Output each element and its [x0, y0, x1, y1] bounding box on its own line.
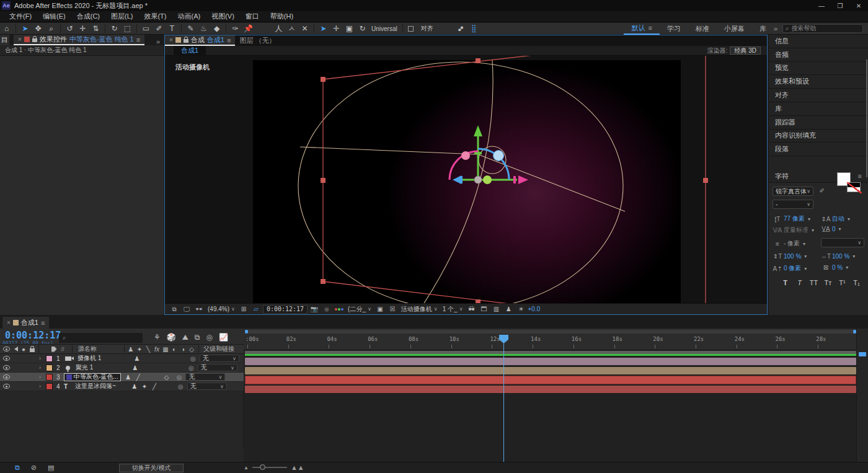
snapshot-grid-icon[interactable]: ⣿: [467, 23, 480, 35]
expand-icon[interactable]: ›: [39, 355, 41, 361]
label-color[interactable]: [46, 355, 53, 362]
parent-dropdown[interactable]: 无∨: [198, 364, 237, 371]
menu-view[interactable]: 视图(V): [206, 12, 240, 21]
source-name-column[interactable]: 源名称: [78, 345, 97, 353]
panel-menu-icon[interactable]: ≡: [227, 37, 231, 44]
mask-visibility-icon[interactable]: 👓: [193, 304, 205, 314]
gizmo-select-icon[interactable]: ➤: [317, 23, 330, 35]
eyedropper-icon[interactable]: ✐: [817, 187, 827, 194]
layer-name[interactable]: 这里是冰阔落~: [75, 382, 130, 391]
effect-controls-tab[interactable]: × 效果控件 中等灰色-蓝色 纯色 1 ≡: [14, 35, 144, 45]
fill-stroke-swatches[interactable]: [837, 172, 866, 197]
small-caps-button[interactable]: Tᴛ: [823, 279, 833, 286]
graph-editor-icon[interactable]: 📈: [219, 333, 228, 342]
font-family-select[interactable]: 锐字真言体_∨: [773, 187, 813, 196]
layer-row-3-selected[interactable]: › 3 中等灰色-蓝色... ♟ ╱ ◇ ◎ 无∨: [0, 373, 244, 382]
search-help-input[interactable]: ⌕ 搜索帮助: [782, 24, 863, 33]
timeline-track-area[interactable]: :00s02s04s06s08s10s12s14s16s18s20s22s24s…: [244, 329, 868, 462]
local-axis-mode-icon[interactable]: 人: [272, 23, 285, 35]
leading-control[interactable]: ⇕A 自动▾: [821, 214, 850, 223]
label-color[interactable]: [46, 365, 53, 371]
character-panel-title[interactable]: 字符: [775, 172, 789, 181]
panel-content-aware-fill[interactable]: 内容识别填充: [769, 130, 868, 143]
zoom-in-icon[interactable]: ▲▲: [291, 464, 304, 471]
eye-icon[interactable]: [2, 356, 11, 361]
subscript-button[interactable]: T₁: [851, 279, 862, 286]
vertical-scale-control[interactable]: ⇕T 100 %▾: [773, 253, 807, 260]
workspace-tab-standard[interactable]: 标准: [688, 23, 717, 35]
home-icon[interactable]: ⌂: [0, 23, 13, 35]
panel-menu-icon[interactable]: ≡: [136, 36, 140, 43]
menu-file[interactable]: 文件(F): [4, 12, 37, 21]
gizmo-position-icon[interactable]: ✛: [330, 23, 343, 35]
panel-paragraph[interactable]: 段落: [769, 143, 868, 156]
reset-exposure-icon[interactable]: ☀: [515, 304, 526, 314]
hand-tool-icon[interactable]: ✥: [32, 23, 45, 35]
layer-bar-1[interactable]: [245, 358, 856, 365]
gizmo-scale-icon[interactable]: ▣: [343, 23, 356, 35]
menu-animation[interactable]: 动画(A): [172, 12, 206, 21]
tab-overflow-icon[interactable]: »: [156, 38, 164, 45]
shy-switch[interactable]: ♟: [130, 365, 140, 371]
collapse-switch[interactable]: ✦: [140, 383, 149, 390]
pen-tool-icon[interactable]: ✐: [153, 23, 166, 35]
horizontal-scale-control[interactable]: ⇔T 100 %▾: [821, 253, 855, 260]
comp-view-tab[interactable]: 合成1: [174, 46, 206, 56]
shy-switch[interactable]: ♟: [132, 355, 142, 362]
orbit-camera-tool-icon[interactable]: ↺: [63, 23, 76, 35]
minimize-button[interactable]: —: [812, 0, 831, 11]
superscript-button[interactable]: T¹: [837, 279, 848, 286]
always-preview-icon[interactable]: ⧉: [169, 304, 180, 314]
close-tab-icon[interactable]: ×: [169, 37, 173, 43]
pixel-aspect-icon[interactable]: ▥: [490, 304, 502, 314]
frame-blending-toggle-icon[interactable]: ⧉: [15, 464, 20, 472]
close-tab-icon[interactable]: ×: [18, 36, 22, 43]
world-axis-mode-icon[interactable]: ㅅ: [285, 23, 298, 35]
view-axis-mode-icon[interactable]: ✕: [298, 23, 311, 35]
parent-dropdown[interactable]: 无∨: [200, 355, 239, 362]
quality-switch[interactable]: ╱: [149, 383, 159, 390]
eye-icon[interactable]: [2, 365, 11, 370]
tracking-control[interactable]: V̲A̲ 0▾: [821, 226, 841, 232]
layer-bar-3-selected[interactable]: [245, 376, 856, 384]
layer-bar-2[interactable]: [245, 367, 856, 374]
workspace-overflow-icon[interactable]: »: [774, 25, 777, 32]
layer-bar-4[interactable]: [245, 386, 856, 393]
composition-tab[interactable]: × 合成 合成1 ≡: [165, 35, 235, 46]
layer-name[interactable]: 摄像机 1: [78, 354, 132, 363]
clone-stamp-tool-icon[interactable]: ♨: [197, 23, 210, 35]
parent-dropdown[interactable]: 无∨: [185, 373, 225, 381]
baseline-grid-control[interactable]: ≡ - 像素▾: [773, 239, 805, 248]
shy-switch[interactable]: ♟: [123, 374, 133, 381]
kerning-control[interactable]: V⁄A 度量标准▾: [773, 226, 814, 234]
composition-viewer[interactable]: 活动摄像机: [165, 56, 767, 303]
frame-blending-icon[interactable]: ⧉: [195, 333, 200, 342]
mask-mode-icon[interactable]: ▱: [250, 304, 262, 314]
all-caps-button[interactable]: TT: [808, 279, 819, 286]
baseline-option-select[interactable]: ∨: [821, 238, 864, 247]
expand-icon[interactable]: ›: [39, 383, 41, 389]
3d-layer-switch[interactable]: ◇: [162, 374, 172, 381]
parent-pickwhip-icon[interactable]: ◎: [178, 383, 184, 390]
navigator-start-handle[interactable]: [245, 330, 248, 334]
label-color[interactable]: [46, 374, 53, 381]
label-color[interactable]: [46, 383, 53, 390]
pan-camera-tool-icon[interactable]: ✛: [76, 23, 89, 35]
faux-italic-button[interactable]: T: [794, 279, 805, 286]
baseline-shift-control[interactable]: A⇡ 0 像素▾: [773, 264, 807, 273]
edit-target-icon[interactable]: 🗔: [478, 304, 489, 314]
layer-tab[interactable]: 图层 （无）: [235, 35, 280, 46]
dolly-camera-tool-icon[interactable]: ⇅: [89, 23, 102, 35]
snapshot-icon[interactable]: 📷: [309, 304, 320, 314]
zoom-out-icon[interactable]: ▲: [244, 465, 249, 471]
view-layout-dropdown[interactable]: 1 个_∨: [441, 305, 465, 314]
maximize-button[interactable]: ❐: [831, 0, 849, 11]
fast-previews-icon[interactable]: ♟: [503, 304, 514, 314]
sidebar-scrollbar[interactable]: [866, 60, 867, 177]
parent-dropdown[interactable]: 无∨: [187, 382, 227, 390]
layer-name[interactable]: 聚光 1: [76, 363, 130, 372]
renderer-value-button[interactable]: 经典 3D: [730, 46, 761, 55]
expand-icon[interactable]: ›: [39, 365, 41, 371]
close-tab-icon[interactable]: ×: [7, 319, 11, 326]
goggles-icon[interactable]: 🕶: [466, 304, 477, 314]
